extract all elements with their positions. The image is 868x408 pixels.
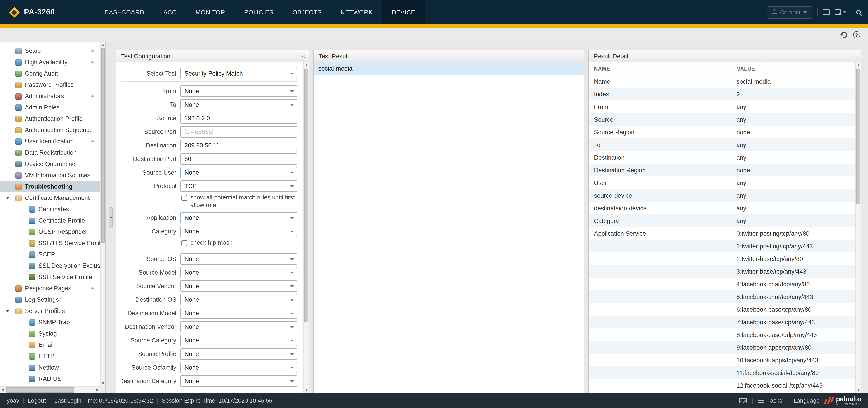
mail-icon[interactable] (739, 398, 747, 403)
table-row[interactable]: 2:twitter-base/tcp/any/80 (589, 253, 855, 265)
table-row[interactable]: Namesocial-media (589, 75, 855, 88)
config-vertical-scrollbar[interactable] (303, 62, 309, 392)
sidebar-item-snmp-trap[interactable]: SNMP Trap (0, 317, 100, 328)
table-row[interactable]: 11:facebook-social-/tcp/any/80 (589, 367, 855, 379)
table-row[interactable]: 6:facebook-base/tcp/any/80 (589, 303, 855, 316)
table-row[interactable]: Index2 (589, 88, 855, 100)
collapse-panel-icon[interactable] (302, 53, 305, 59)
refresh-icon[interactable] (840, 30, 848, 39)
sidebar-item-data-redistribution[interactable]: Data Redistribution (0, 147, 100, 158)
scroll-up-button[interactable] (304, 62, 309, 68)
help-icon[interactable] (853, 31, 860, 38)
table-row[interactable]: 3:twitter-base/tcp/any/443 (589, 265, 855, 278)
sidebar-horizontal-scrollbar[interactable] (0, 386, 100, 393)
export-config-icon[interactable] (835, 9, 841, 15)
nav-tab-policies[interactable]: POLICIES (235, 0, 283, 24)
scrollbar-thumb[interactable] (101, 49, 105, 243)
destination-port-input[interactable] (180, 153, 297, 165)
table-row[interactable]: 10:facebook-apps/tcp/any/443 (589, 354, 855, 367)
scroll-right-button[interactable] (94, 387, 100, 393)
destination-input[interactable] (180, 140, 297, 151)
sidebar-item-ssh-service-profile[interactable]: SSH Service Profile (0, 271, 100, 283)
chevron-expanded-icon[interactable] (6, 310, 9, 312)
sidebar-item-ssl-tls-service-profile[interactable]: SSL/TLS Service Profile (0, 237, 100, 249)
table-row[interactable]: Sourceany (589, 113, 855, 126)
sidebar-item-admin-roles[interactable]: Admin Roles (0, 102, 100, 113)
source-profile-select[interactable]: None (180, 348, 297, 359)
sidebar-item-certificates[interactable]: Certificates (0, 204, 100, 215)
sidebar-item-netflow[interactable]: Netflow (0, 362, 100, 373)
to-select[interactable]: None (180, 99, 297, 110)
source-user-select[interactable]: None (180, 167, 297, 178)
scroll-down-button[interactable] (304, 387, 309, 392)
table-row[interactable]: Source Regionnone (589, 126, 855, 138)
table-row[interactable]: 5:facebook-chat/tcp/any/443 (589, 290, 855, 303)
source-model-select[interactable]: None (180, 267, 297, 278)
destination-category-select[interactable]: None (180, 375, 297, 387)
table-row[interactable]: 7:facebook-base/tcp/any/443 (589, 316, 855, 328)
application-select[interactable]: None (180, 212, 297, 224)
sidebar-item-device-quarantine[interactable]: Device Quarantine (0, 158, 100, 170)
chevron-expanded-icon[interactable] (6, 197, 9, 199)
table-row[interactable]: Application Service0:twitter-posting/tcp… (589, 227, 855, 240)
sidebar-item-response-pages[interactable]: Response Pages (0, 283, 100, 294)
scroll-down-button[interactable] (101, 380, 105, 386)
scrollbar-thumb[interactable] (6, 387, 74, 392)
table-row[interactable]: Categoryany (589, 214, 855, 227)
sidebar-item-ocsp-responder[interactable]: OCSP Responder (0, 226, 100, 237)
destination-vendor-select[interactable]: None (180, 321, 297, 332)
sidebar-item-email[interactable]: Email (0, 339, 100, 351)
source-vendor-select[interactable]: None (180, 281, 297, 292)
sidebar-item-setup[interactable]: Setup (0, 45, 100, 57)
table-row[interactable]: Userany (589, 176, 855, 189)
source-osfamily-select[interactable]: None (180, 362, 297, 373)
sidebar-item-authentication-sequence[interactable]: Authentication Sequence (0, 124, 100, 136)
detail-vertical-scrollbar[interactable] (855, 62, 861, 392)
tasks-button[interactable]: Tasks (758, 397, 782, 404)
nav-tab-acc[interactable]: ACC (154, 0, 186, 24)
from-select[interactable]: None (180, 86, 297, 97)
scroll-left-button[interactable] (0, 387, 6, 393)
logout-link[interactable]: Logout (28, 397, 46, 404)
sidebar-item-log-settings[interactable]: Log Settings (0, 294, 100, 305)
sidebar-item-vm-information-sources[interactable]: VM Information Sources (0, 170, 100, 181)
column-header-value[interactable]: VALUE (732, 62, 855, 75)
language-button[interactable]: Language (794, 397, 820, 404)
destination-os-select[interactable]: None (180, 294, 297, 305)
check-hip-mask-checkbox[interactable] (181, 240, 187, 246)
table-row[interactable]: Toany (589, 138, 855, 151)
scroll-up-button[interactable] (101, 42, 105, 48)
scroll-down-button[interactable] (856, 387, 861, 392)
protocol-select[interactable]: TCP (180, 180, 297, 192)
sidebar-item-user-identification[interactable]: User Identification (0, 136, 100, 147)
sidebar-item-authentication-profile[interactable]: Authentication Profile (0, 113, 100, 124)
sidebar-collapse-handle[interactable] (109, 207, 113, 228)
sidebar-item-administrators[interactable]: Administrators (0, 90, 100, 102)
sidebar-item-config-audit[interactable]: Config Audit (0, 68, 100, 79)
source-category-select[interactable]: None (180, 335, 297, 346)
table-row[interactable]: 1:twitter-posting/tcp/any/443 (589, 240, 855, 253)
table-row[interactable]: 12:facebook-social-/tcp/any/443 (589, 379, 855, 392)
table-row[interactable]: 4:facebook-chat/tcp/any/80 (589, 278, 855, 290)
sidebar-item-radius[interactable]: RADIUS (0, 373, 100, 384)
table-row[interactable]: Destination Regionnone (589, 164, 855, 176)
column-header-name[interactable]: NAME (589, 66, 732, 71)
sidebar-item-http[interactable]: HTTP (0, 351, 100, 362)
expand-panel-icon[interactable] (855, 53, 857, 59)
scrollbar-thumb[interactable] (856, 69, 860, 204)
nav-tab-device[interactable]: DEVICE (382, 0, 425, 24)
table-row[interactable]: destinataion-deviceany (589, 202, 855, 214)
chevron-down-icon[interactable] (843, 11, 846, 13)
sidebar-item-scep[interactable]: SCEP (0, 249, 100, 260)
sidebar-item-certificate-profile[interactable]: Certificate Profile (0, 215, 100, 226)
sidebar-item-certificate-management[interactable]: Certificate Management (0, 192, 100, 204)
scrollbar-thumb[interactable] (304, 69, 308, 322)
scroll-up-button[interactable] (856, 62, 861, 68)
sidebar-vertical-scrollbar[interactable] (100, 42, 105, 386)
commit-button[interactable]: Commit (767, 6, 812, 18)
source-input[interactable] (180, 113, 297, 124)
sidebar-item-password-profiles[interactable]: Password Profiles (0, 79, 100, 90)
source-port-input[interactable] (180, 126, 297, 138)
test-result-row[interactable]: social-media (314, 62, 584, 75)
category-select[interactable]: None (180, 226, 297, 237)
